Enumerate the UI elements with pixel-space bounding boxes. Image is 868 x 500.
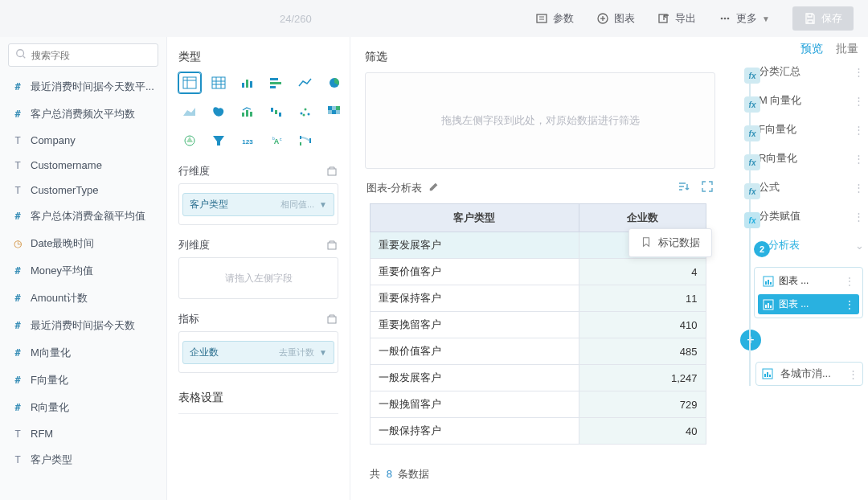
edit-chart-title-icon[interactable] bbox=[428, 181, 440, 195]
metric-expand-icon[interactable] bbox=[326, 313, 338, 326]
type-pie-icon[interactable] bbox=[323, 72, 346, 93]
row-dim-chip[interactable]: 客户类型 相同值... ▼ bbox=[182, 193, 334, 216]
export-button[interactable]: 导出 bbox=[657, 11, 696, 26]
type-bar-icon[interactable] bbox=[265, 72, 288, 93]
metric-chip[interactable]: 企业数 去重计数 ▼ bbox=[182, 341, 334, 364]
type-sankey-icon[interactable] bbox=[294, 130, 317, 151]
field-item[interactable]: #M向量化 bbox=[8, 341, 158, 365]
search-input[interactable] bbox=[31, 50, 152, 61]
cell-value[interactable]: 11 bbox=[579, 285, 706, 312]
field-item[interactable]: TRFM bbox=[8, 423, 158, 445]
table-row[interactable]: 一般保持客户40 bbox=[371, 418, 706, 445]
type-area-icon[interactable] bbox=[178, 101, 201, 122]
ellipsis-icon[interactable]: ⋮ bbox=[845, 299, 854, 310]
table-row[interactable]: 一般价值客户485 bbox=[371, 338, 706, 365]
table-row[interactable]: 一般发展客户1,247 bbox=[371, 365, 706, 391]
col-dim-dropzone[interactable]: 请拖入左侧字段 bbox=[178, 257, 338, 299]
flow-node-analysis[interactable]: 2 分析表 ⌄ bbox=[768, 238, 863, 252]
more-button[interactable]: 更多 ▼ bbox=[719, 11, 770, 26]
field-item[interactable]: #R向量化 bbox=[8, 395, 158, 420]
svg-marker-44 bbox=[186, 137, 193, 142]
type-heatmap-icon[interactable] bbox=[323, 101, 346, 122]
field-item[interactable]: #F向量化 bbox=[8, 368, 158, 392]
cell-value[interactable]: 410 bbox=[579, 312, 706, 338]
save-button[interactable]: 保存 bbox=[792, 6, 854, 31]
search-field-box[interactable] bbox=[8, 43, 158, 67]
type-number-icon[interactable]: 123 bbox=[236, 130, 259, 151]
sort-icon[interactable] bbox=[677, 180, 690, 195]
filter-dropzone[interactable]: 拖拽左侧字段到此处，对原始数据进行筛选 bbox=[365, 72, 715, 169]
field-item[interactable]: #客户总体消费金额平均值 bbox=[8, 204, 158, 228]
add-node-button[interactable]: + bbox=[740, 330, 761, 350]
flow-node[interactable]: fx分类赋值⋮ bbox=[759, 209, 863, 223]
params-button[interactable]: 参数 bbox=[535, 11, 574, 26]
cell-value[interactable]: 1,247 bbox=[579, 365, 706, 391]
type-combo-icon[interactable] bbox=[236, 101, 259, 122]
field-item[interactable]: #Money平均值 bbox=[8, 259, 158, 283]
ellipsis-icon[interactable]: ⋮ bbox=[854, 66, 863, 78]
table-row[interactable]: 重要挽留客户410 bbox=[371, 312, 706, 338]
svg-rect-49 bbox=[300, 136, 301, 139]
type-wordcloud-icon[interactable]: Abc bbox=[265, 130, 288, 151]
cell-category[interactable]: 一般价值客户 bbox=[371, 338, 579, 365]
ellipsis-icon[interactable]: ⋮ bbox=[854, 182, 863, 194]
table-row[interactable]: 重要保持客户11 bbox=[371, 285, 706, 312]
field-item[interactable]: TCustomerType bbox=[8, 179, 158, 201]
cell-category[interactable]: 重要发展客户 bbox=[371, 232, 579, 259]
field-item[interactable]: T客户类型 bbox=[8, 448, 158, 472]
cell-category[interactable]: 重要价值客户 bbox=[371, 259, 579, 285]
flow-node-cities[interactable]: 各城市消... ⋮ bbox=[755, 362, 863, 386]
type-group-table-icon[interactable] bbox=[178, 72, 201, 93]
flow-node[interactable]: fx分类汇总⋮ bbox=[759, 64, 863, 79]
field-item[interactable]: TCompany bbox=[8, 129, 158, 151]
field-item[interactable]: #Amount计数 bbox=[8, 286, 158, 310]
context-menu[interactable]: 标记数据 bbox=[628, 228, 712, 257]
cell-value[interactable]: 485 bbox=[579, 338, 706, 365]
field-item[interactable]: #客户总消费频次平均数 bbox=[8, 102, 158, 126]
cell-category[interactable]: 一般挽留客户 bbox=[371, 391, 579, 418]
table-row[interactable]: 一般挽留客户729 bbox=[371, 391, 706, 418]
ellipsis-icon[interactable]: ⋮ bbox=[854, 95, 863, 107]
flow-node[interactable]: fx公式⋮ bbox=[759, 180, 863, 195]
type-column-icon[interactable] bbox=[236, 72, 259, 93]
ellipsis-icon[interactable]: ⋮ bbox=[848, 368, 858, 380]
cell-category[interactable]: 重要挽留客户 bbox=[371, 312, 579, 338]
type-map-icon[interactable] bbox=[207, 101, 230, 122]
add-chart-button[interactable]: 图表 bbox=[596, 11, 635, 26]
flow-chart-item-active[interactable]: 图表 ... ⋮ bbox=[758, 294, 859, 314]
col-header-1[interactable]: 客户类型 bbox=[371, 204, 579, 232]
flow-node[interactable]: fxF向量化⋮ bbox=[759, 122, 863, 137]
type-line-icon[interactable] bbox=[294, 72, 317, 93]
field-item[interactable]: #最近消费时间据今天数 bbox=[8, 314, 158, 338]
row-dim-expand-icon[interactable] bbox=[326, 165, 338, 178]
tab-preview[interactable]: 预览 bbox=[800, 42, 823, 56]
cell-category[interactable]: 一般保持客户 bbox=[371, 418, 579, 445]
flow-node[interactable]: fxR向量化⋮ bbox=[759, 151, 863, 166]
fullscreen-icon[interactable] bbox=[701, 180, 714, 195]
flow-node[interactable]: fxM 向量化⋮ bbox=[759, 93, 863, 108]
type-scatter-icon[interactable] bbox=[294, 101, 317, 122]
table-row[interactable]: 重要价值客户4 bbox=[371, 259, 706, 285]
cell-value[interactable]: 40 bbox=[579, 418, 706, 445]
row-dim-dropzone[interactable]: 客户类型 相同值... ▼ bbox=[178, 183, 338, 225]
cell-value[interactable]: 4 bbox=[579, 259, 706, 285]
type-funnel-icon[interactable] bbox=[207, 130, 230, 151]
cell-value[interactable]: 729 bbox=[579, 391, 706, 418]
tab-batch[interactable]: 批量 bbox=[836, 42, 858, 56]
flow-chart-item[interactable]: 图表 ... ⋮ bbox=[758, 271, 859, 291]
ellipsis-icon[interactable]: ⋮ bbox=[854, 211, 863, 223]
ellipsis-icon[interactable]: ⋮ bbox=[854, 124, 863, 136]
field-item[interactable]: ◷Date最晚时间 bbox=[8, 232, 158, 256]
type-crosstab-icon[interactable] bbox=[207, 72, 230, 93]
type-waterfall-icon[interactable] bbox=[265, 101, 288, 122]
ellipsis-icon[interactable]: ⋮ bbox=[845, 276, 854, 287]
field-item[interactable]: TCustomername bbox=[8, 154, 158, 176]
metric-dropzone[interactable]: 企业数 去重计数 ▼ bbox=[178, 331, 338, 373]
cell-category[interactable]: 一般发展客户 bbox=[371, 365, 579, 391]
chevron-down-icon[interactable]: ⌄ bbox=[855, 240, 863, 252]
cell-category[interactable]: 重要保持客户 bbox=[371, 285, 579, 312]
col-dim-expand-icon[interactable] bbox=[326, 239, 338, 252]
type-radar-icon[interactable] bbox=[178, 130, 201, 151]
field-item[interactable]: #最近消费时间据今天数平... bbox=[8, 75, 158, 99]
ellipsis-icon[interactable]: ⋮ bbox=[854, 153, 863, 165]
